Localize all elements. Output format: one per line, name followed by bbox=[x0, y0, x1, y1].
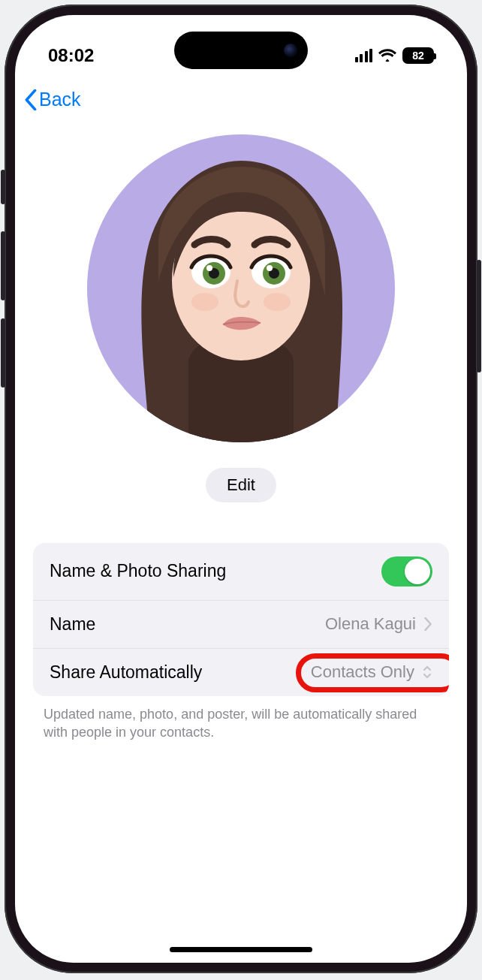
volume-up-button bbox=[1, 231, 5, 300]
dynamic-island bbox=[174, 32, 308, 69]
share-auto-value: Contacts Only bbox=[311, 662, 414, 682]
svg-point-9 bbox=[191, 293, 218, 311]
wifi-icon bbox=[378, 49, 396, 62]
camera-lens-icon bbox=[284, 44, 297, 57]
chevron-left-icon bbox=[24, 89, 38, 110]
power-button bbox=[477, 260, 481, 372]
settings-footer-text: Updated name, photo, and poster, will be… bbox=[15, 696, 467, 742]
row-share-automatically[interactable]: Share Automatically Contacts Only bbox=[33, 649, 449, 696]
sharing-label: Name & Photo Sharing bbox=[50, 561, 226, 581]
avatar[interactable] bbox=[87, 134, 395, 442]
profile-section: Edit bbox=[15, 113, 467, 502]
screen: 08:02 82 Back bbox=[15, 15, 467, 963]
svg-point-10 bbox=[264, 293, 291, 311]
cellular-signal-icon bbox=[355, 49, 373, 62]
back-label: Back bbox=[39, 89, 81, 110]
name-value: Olena Kagui bbox=[325, 614, 416, 634]
home-indicator[interactable] bbox=[170, 947, 312, 952]
sharing-toggle[interactable] bbox=[381, 556, 432, 586]
edit-button[interactable]: Edit bbox=[206, 468, 276, 502]
toggle-knob bbox=[405, 559, 430, 584]
silence-switch bbox=[1, 170, 5, 204]
battery-icon: 82 bbox=[402, 47, 434, 64]
chevron-up-down-icon bbox=[422, 665, 432, 680]
svg-point-8 bbox=[267, 265, 273, 271]
chevron-right-icon bbox=[423, 617, 432, 631]
svg-point-7 bbox=[206, 265, 212, 271]
status-time: 08:02 bbox=[48, 45, 94, 66]
settings-group: Name & Photo Sharing Name Olena Kagui bbox=[33, 543, 449, 696]
row-name[interactable]: Name Olena Kagui bbox=[33, 601, 449, 649]
volume-down-button bbox=[1, 318, 5, 387]
row-name-photo-sharing: Name & Photo Sharing bbox=[33, 543, 449, 601]
name-label: Name bbox=[50, 614, 95, 635]
navigation-bar: Back bbox=[15, 83, 467, 113]
battery-percent: 82 bbox=[412, 50, 424, 62]
phone-device-frame: 08:02 82 Back bbox=[5, 5, 477, 973]
back-button[interactable]: Back bbox=[24, 89, 81, 110]
share-auto-label: Share Automatically bbox=[50, 662, 202, 683]
memoji-icon bbox=[113, 138, 369, 442]
